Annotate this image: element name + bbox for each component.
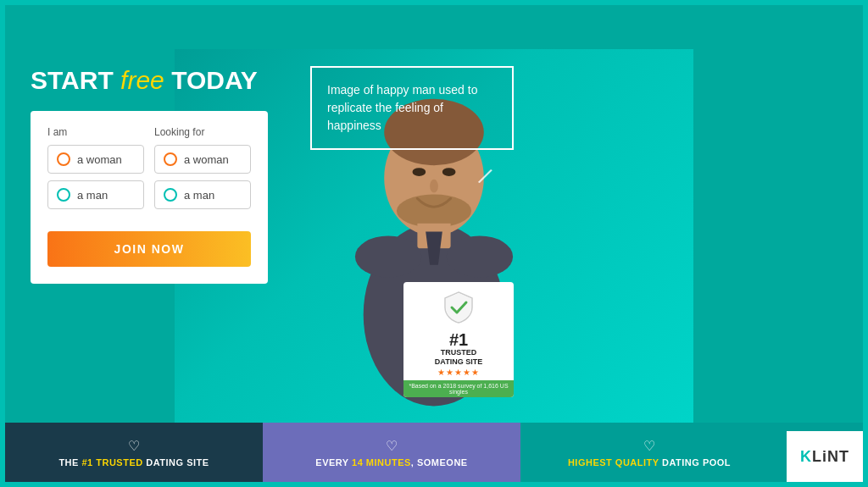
bottom-left-panel: ♡ THE #1 TRUSTED DATING SITE — [5, 423, 263, 482]
lookingfor-column: Looking for a woman a man — [154, 126, 251, 216]
bottom-left-text: THE #1 TRUSTED DATING SITE — [58, 457, 209, 468]
main-container: eharmony TOUR ABOUT EHARMONY LOG IN ▾ ST… — [5, 5, 863, 482]
bottom-strip: ♡ THE #1 TRUSTED DATING SITE ♡ EVERY 14 … — [5, 423, 863, 482]
join-now-button[interactable]: JOIN NOW — [47, 231, 251, 267]
slash-decoration-icon: / — [476, 163, 495, 191]
klint-watermark: KLiNT — [787, 431, 863, 482]
iam-woman-option[interactable]: a woman — [47, 145, 144, 174]
title-start: START — [31, 66, 120, 94]
heart-icon-left: ♡ — [128, 438, 140, 454]
lookingfor-man-label: a man — [184, 189, 214, 202]
iam-man-radio[interactable] — [57, 188, 70, 202]
left-panel: START free TODAY I am a woman a — [5, 49, 293, 423]
right-top: Image of happy man used to replicate the… — [310, 66, 514, 191]
iam-woman-radio[interactable] — [57, 152, 70, 166]
heart-icon-center: ♡ — [386, 438, 398, 454]
image-caption-text: Image of happy man used to replicate the… — [327, 83, 477, 132]
signup-form: I am a woman a man Looking for — [31, 111, 268, 284]
lookingfor-man-radio[interactable] — [164, 188, 177, 202]
bottom-right-text: HIGHEST QUALITY DATING POOL — [568, 457, 731, 468]
badge-line1: TRUSTED DATING SITE — [415, 348, 502, 368]
trusted-badge: #1 TRUSTED DATING SITE ★★★★★ *Based on a… — [403, 282, 514, 397]
lookingfor-man-option[interactable]: a man — [154, 180, 251, 209]
lookingfor-label: Looking for — [154, 126, 251, 138]
iam-woman-label: a woman — [77, 153, 122, 166]
heart-icon-right: ♡ — [643, 438, 655, 454]
iam-label: I am — [47, 126, 144, 138]
shield-icon — [442, 291, 476, 324]
iam-column: I am a woman a man — [47, 126, 144, 216]
klint-k-letter: K — [800, 448, 812, 466]
form-row: I am a woman a man Looking for — [47, 126, 251, 216]
lookingfor-woman-radio[interactable] — [164, 152, 177, 166]
bottom-center-text: EVERY 14 MINUTES, SOMEONE — [315, 457, 467, 468]
klint-text: LiNT — [812, 448, 849, 466]
iam-man-option[interactable]: a man — [47, 180, 144, 209]
lookingfor-woman-label: a woman — [184, 153, 229, 166]
title-end: TODAY — [164, 66, 258, 94]
image-caption-box: Image of happy man used to replicate the… — [310, 66, 514, 150]
badge-stars: ★★★★★ — [415, 368, 502, 377]
bottom-center-panel: ♡ EVERY 14 MINUTES, SOMEONE — [263, 423, 520, 482]
badge-sub: *Based on a 2018 survey of 1,616 US sing… — [403, 380, 514, 397]
page-wrapper: eharmony TOUR ABOUT EHARMONY LOG IN ▾ ST… — [0, 0, 868, 487]
right-panel: Image of happy man used to replicate the… — [293, 49, 531, 423]
title-free: free — [120, 66, 164, 94]
iam-man-label: a man — [77, 189, 108, 202]
lookingfor-woman-option[interactable]: a woman — [154, 145, 251, 174]
badge-number: #1 — [415, 331, 502, 348]
hero-title: START free TODAY — [31, 66, 268, 94]
